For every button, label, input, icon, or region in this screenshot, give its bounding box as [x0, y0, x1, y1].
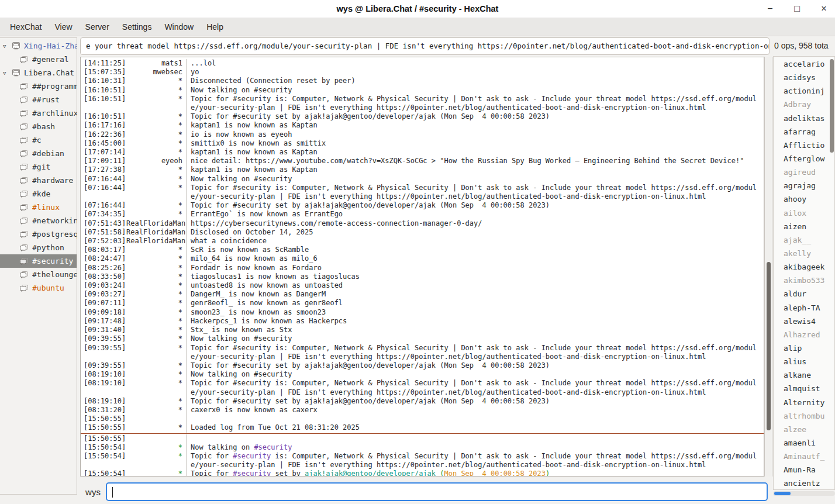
tree-item-label: ##programmi — [32, 82, 77, 91]
window-title: wys @ Libera.Chat / #security - HexChat — [337, 4, 499, 13]
user-list-item[interactable]: akibageek — [774, 260, 834, 274]
chat-scrollbar[interactable] — [764, 57, 772, 477]
tree-channel-row[interactable]: ##rust — [0, 93, 77, 106]
user-list-item[interactable]: almquist — [774, 382, 834, 395]
minimize-icon[interactable]: − — [765, 4, 775, 13]
chat-timestamp: [09:39:55] — [81, 334, 126, 343]
user-list-item[interactable]: Afflictio — [774, 139, 834, 152]
user-list-item[interactable]: ancientz — [774, 477, 834, 490]
user-list-item[interactable]: adeliktas — [774, 112, 834, 125]
topic-input[interactable]: e your threat model https://ssd.eff.org/… — [80, 37, 770, 55]
menu-hexchat[interactable]: HexChat — [4, 19, 48, 35]
user-list-item[interactable]: Adbray — [774, 98, 834, 111]
tree-expander-icon[interactable]: ▽ — [3, 70, 12, 76]
user-list-hscrollbar-thumb[interactable] — [774, 492, 791, 495]
tree-channel-row[interactable]: #c — [0, 133, 77, 147]
chat-message-text: kaptan1 is now known as Kaptan — [186, 165, 764, 174]
user-list-item[interactable]: aleph-TA — [774, 301, 834, 315]
chat-message-text: Topic for #security is: Computer, Networ… — [186, 379, 764, 396]
user-list-hscrollbar[interactable] — [773, 491, 835, 496]
user-list-item[interactable]: agireud — [774, 165, 834, 179]
user-list-item[interactable]: accelario — [774, 57, 834, 71]
tree-channel-row[interactable]: #archlinux — [0, 106, 77, 120]
chat-line: [09:09:18]*smoon23_ is now known as smoo… — [81, 308, 764, 317]
chat-scrollbar-thumb[interactable] — [767, 262, 771, 430]
tree-channel-row[interactable]: #debian — [0, 147, 77, 160]
menu-window[interactable]: Window — [158, 19, 200, 35]
user-list-item[interactable]: ajak__ — [774, 233, 834, 247]
user-list-item[interactable]: alewis4 — [774, 315, 834, 328]
chat-message-text: Now talking on #security — [186, 370, 764, 379]
tree-expander-icon[interactable]: ▽ — [3, 43, 12, 49]
user-list-item[interactable]: alzee — [774, 423, 834, 436]
tree-channel-row[interactable]: #thelounge — [0, 268, 77, 281]
chat-line: [17:09:11]eyeohnice detail: https://www.… — [81, 157, 764, 165]
user-nick: akelly — [784, 249, 811, 258]
channel-icon — [19, 109, 29, 118]
user-list-item[interactable]: Alhazred — [774, 328, 834, 341]
chat-timestamp: [08:19:10] — [81, 370, 126, 379]
user-list-item[interactable]: actioninj — [774, 84, 834, 98]
user-list-item[interactable]: Alternity — [774, 396, 834, 409]
menu-view[interactable]: View — [48, 19, 78, 35]
chat-line: [09:31:40]*Stx_ is now known as Stx — [81, 326, 764, 334]
chat-line: [07:16:44]*Topic for #security set by aj… — [81, 201, 764, 210]
tree-channel-row[interactable]: #git — [0, 160, 77, 174]
chat-nick: * — [126, 344, 186, 361]
tree-channel-row[interactable]: #bash — [0, 120, 77, 133]
user-list-item[interactable]: akelly — [774, 247, 834, 260]
tree-item-label: Libera.Chat — [24, 68, 74, 77]
chat-timestamp: [08:03:17] — [81, 246, 126, 254]
tree-channel-row[interactable]: #python — [0, 241, 77, 254]
menu-help[interactable]: Help — [200, 19, 230, 35]
user-list-item[interactable]: altrhombu — [774, 409, 834, 423]
tree-channel-row[interactable]: #general — [0, 53, 77, 66]
user-list-item[interactable]: acidsys — [774, 71, 834, 84]
user-list-item[interactable]: ailox — [774, 206, 834, 220]
chat-line: [17:07:14]*kaptan1 is now known as Kapta… — [81, 148, 764, 157]
tree-item-label: #debian — [32, 149, 64, 158]
user-list-item[interactable]: ahooy — [774, 192, 834, 206]
tree-channel-row[interactable]: #hardware — [0, 174, 77, 187]
tree-server-row[interactable]: ▽Libera.Chat — [0, 66, 77, 80]
user-list-item[interactable]: alip — [774, 341, 834, 355]
maximize-icon[interactable]: □ — [792, 4, 802, 13]
chat-timestamp: [16:10:31] — [81, 77, 126, 85]
user-list-item[interactable]: Amun-Ra — [774, 463, 834, 477]
chat-line: [08:03:17]*ScR is now known as ScRamble — [81, 246, 764, 254]
tree-channel-row[interactable]: ##programmi — [0, 80, 77, 93]
tree-item-label: #linux — [32, 203, 60, 212]
chat-nick: * — [126, 272, 186, 281]
tree-channel-row[interactable]: #ubuntu — [0, 281, 77, 295]
menu-settings[interactable]: Settings — [116, 19, 158, 35]
user-list-item[interactable]: aizen — [774, 220, 834, 233]
user-nick: akibageek — [784, 263, 824, 271]
close-icon[interactable]: × — [819, 4, 829, 13]
server-icon — [12, 69, 20, 77]
chat-line: [07:52:03]RealFloridaManwhat a coinciden… — [81, 237, 764, 246]
user-list-item[interactable]: alkane — [774, 368, 834, 382]
menu-server[interactable]: Server — [79, 19, 116, 35]
user-list-item[interactable]: amaenli — [774, 436, 834, 450]
user-list-item[interactable]: alius — [774, 355, 834, 368]
tree-channel-row[interactable]: #security — [0, 254, 77, 268]
user-list-item[interactable]: agrajag — [774, 179, 834, 192]
user-list-item[interactable]: Afterglow — [774, 152, 834, 165]
channel-icon — [19, 230, 29, 239]
tree-channel-row[interactable]: #networking — [0, 214, 77, 227]
user-list-item[interactable]: Aminautf_ — [774, 450, 834, 463]
tree-channel-row[interactable]: #linux — [0, 201, 77, 214]
user-list-item[interactable]: afarrag — [774, 125, 834, 139]
chat-line: [08:19:10]*Topic for #security is: Compu… — [81, 379, 764, 396]
message-input[interactable] — [106, 482, 768, 501]
chat-line: [17:27:38]*kaptan1 is now known as Kapta… — [81, 165, 764, 174]
chat-timestamp: [07:16:44] — [81, 184, 126, 201]
tree-server-row[interactable]: ▽Xing-Hai-Zhan — [0, 39, 77, 53]
user-list-scrollbar-thumb[interactable] — [830, 59, 834, 153]
user-list-item[interactable]: akimbo533 — [774, 274, 834, 287]
tree-channel-row[interactable]: #kde — [0, 187, 77, 201]
channel-icon — [19, 284, 29, 292]
tree-channel-row[interactable]: #postgresql — [0, 227, 77, 241]
user-list-item[interactable]: aldur — [774, 287, 834, 301]
chat-nick: * — [126, 148, 186, 157]
